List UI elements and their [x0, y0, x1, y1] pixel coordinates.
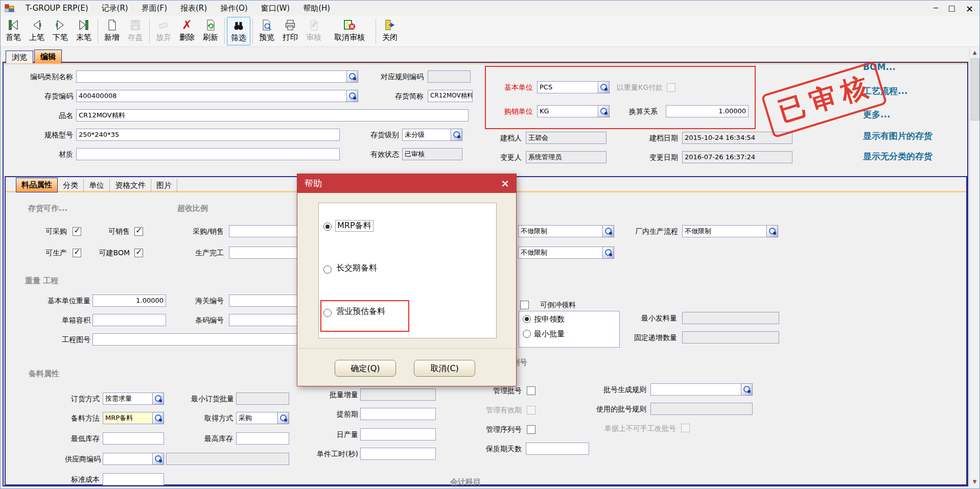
scrollbar-thumb[interactable] [971, 58, 979, 120]
preview-button[interactable]: 预览 [255, 17, 278, 45]
refresh-button[interactable]: 刷新 [199, 17, 222, 45]
conversion-field[interactable]: 1.00000 [666, 105, 749, 117]
filter-button[interactable]: 筛选 [227, 17, 250, 45]
lookup-icon[interactable] [602, 225, 614, 237]
batch-rule-field[interactable] [650, 383, 753, 396]
print-button[interactable]: 打印 [278, 17, 302, 45]
std-cost-field[interactable] [103, 473, 164, 485]
base-weight-field[interactable]: 1.00000 [92, 295, 166, 307]
menu-item-window[interactable]: 窗口(W) [254, 4, 297, 13]
toolbar-label: 审核 [306, 33, 321, 42]
lead-time-field[interactable] [360, 408, 436, 420]
lookup-icon[interactable] [277, 412, 289, 424]
supplier-code-label: 供应商编码 [50, 453, 101, 465]
close-window-button[interactable]: 关闭 [378, 17, 402, 45]
by-apply-radio[interactable] [523, 315, 531, 323]
fixed-increment-label: 固定递增数量 [622, 331, 677, 344]
link-show-with-image[interactable]: 显示有图片的存货 [863, 130, 932, 142]
lookup-icon[interactable] [766, 225, 778, 237]
sellable-checkbox[interactable] [134, 227, 143, 236]
subtab-category[interactable]: 分类 [58, 179, 84, 192]
mrp-option-label[interactable]: MRP备料 [335, 220, 374, 232]
next-record-button[interactable]: 下笔 [49, 17, 72, 45]
link-show-unclassified[interactable]: 显示无分类的存货 [863, 151, 932, 162]
fixed-increment-field[interactable] [682, 331, 779, 344]
menu-item-file[interactable]: T-GROUP ERP(E) [19, 4, 95, 13]
toolbar-separator [224, 18, 225, 44]
menu-item-report[interactable]: 报表(R) [174, 4, 214, 13]
dialog-titlebar[interactable]: 帮助 [297, 174, 516, 193]
link-more[interactable]: 更多... [863, 109, 890, 120]
restore-icon[interactable]: □ [948, 4, 955, 13]
material-label: 材质 [1, 148, 73, 160]
lookup-icon[interactable] [346, 70, 358, 83]
long-leadtime-option-radio[interactable] [323, 265, 332, 274]
tab-edit[interactable]: 编辑 [34, 50, 62, 63]
refresh-icon [204, 17, 217, 33]
lookup-icon[interactable] [598, 105, 610, 117]
eraser-icon [157, 17, 170, 33]
subtab-item-attrs[interactable]: 料品属性 [16, 178, 58, 192]
lookup-icon[interactable] [152, 412, 164, 424]
delete-button[interactable]: ✗ 删除 [175, 17, 199, 45]
unit-hours-field[interactable] [360, 448, 436, 460]
lookup-icon[interactable] [152, 393, 164, 405]
lookup-icon[interactable] [346, 90, 358, 102]
new-button[interactable]: 新增 [100, 17, 124, 45]
std-cost-label: 标准成本 [59, 473, 100, 485]
sales-forecast-option-label[interactable]: 营业预估备料 [336, 306, 385, 317]
long-leadtime-option-label[interactable]: 长交期备料 [336, 263, 377, 274]
dialog-close-icon[interactable]: × [501, 177, 509, 190]
menu-item-help[interactable]: 帮助(H) [296, 4, 337, 13]
daily-output-field[interactable] [360, 428, 436, 441]
vertical-scrollbar[interactable]: ▲ ▼ [969, 48, 979, 486]
material-field[interactable] [76, 148, 340, 160]
manage-batch-checkbox[interactable] [527, 386, 535, 395]
item-abbr-field[interactable]: CR12MOV精料 [428, 90, 473, 102]
lookup-icon[interactable] [741, 383, 753, 396]
bom-capable-checkbox[interactable] [134, 249, 143, 257]
prev-record-button[interactable]: 上笔 [25, 17, 49, 45]
backflush-checkbox[interactable] [520, 301, 529, 309]
last-record-button[interactable]: 末笔 [72, 17, 96, 45]
item-name-field[interactable]: CR12MOV精料 [76, 109, 469, 121]
subtab-image[interactable]: 图片 [151, 179, 177, 192]
manage-serial-checkbox[interactable] [527, 425, 535, 434]
cancel-audit-button[interactable]: 取消审核 [325, 17, 374, 45]
cancel-button[interactable]: 取消(C) [414, 360, 475, 377]
ok-button[interactable]: 确定(Q) [335, 360, 396, 377]
tab-underline [4, 63, 967, 64]
lookup-icon[interactable] [451, 129, 462, 141]
limit-field-2[interactable]: 不做限制 [518, 247, 614, 259]
shelf-life-field[interactable] [526, 443, 589, 455]
factory-flow-field[interactable]: 不做限制 [682, 225, 778, 237]
producible-checkbox[interactable] [73, 249, 81, 257]
menu-item-interface[interactable]: 界面(F) [135, 4, 174, 13]
code-type-field[interactable] [76, 70, 358, 83]
minimize-icon[interactable]: ─ [934, 4, 938, 13]
min-batch-radio[interactable] [523, 330, 531, 338]
lookup-icon[interactable] [602, 247, 614, 259]
menu-item-record[interactable]: 记录(R) [95, 4, 135, 13]
lookup-icon[interactable] [598, 81, 610, 93]
menu-item-operation[interactable]: 操作(O) [214, 4, 254, 13]
first-record-button[interactable]: 首笔 [2, 17, 25, 45]
subtab-qualification[interactable]: 资格文件 [110, 179, 151, 192]
mrp-option-radio[interactable] [323, 223, 332, 231]
max-stock-field[interactable] [236, 432, 289, 445]
scroll-down-icon[interactable]: ▼ [970, 477, 979, 486]
scroll-up-icon[interactable]: ▲ [970, 48, 979, 57]
tab-browse[interactable]: 浏览 [6, 51, 33, 63]
min-issue-field[interactable] [682, 312, 779, 324]
purchasable-checkbox[interactable] [73, 227, 81, 236]
min-stock-field[interactable] [103, 432, 164, 445]
subtab-unit[interactable]: 单位 [84, 179, 110, 192]
spec-field[interactable]: 250*240*35 [76, 129, 340, 141]
limit-field-1[interactable]: 不做限制 [518, 225, 614, 237]
box-volume-label: 单箱容积 [50, 314, 90, 326]
box-volume-field[interactable] [92, 314, 166, 326]
close-icon[interactable]: × [966, 3, 973, 14]
item-code-field[interactable]: 400400008 [76, 90, 358, 102]
toolbar-separator [98, 18, 98, 44]
lookup-icon[interactable] [152, 453, 164, 465]
